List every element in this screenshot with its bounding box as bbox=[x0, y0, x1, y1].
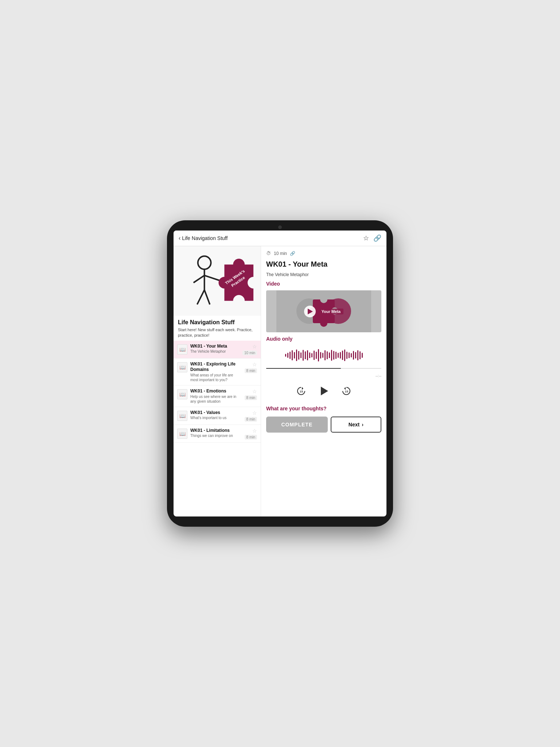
svg-text:15: 15 bbox=[345, 390, 348, 393]
lesson-icon-box: 📖 bbox=[177, 429, 187, 439]
course-title: Life Navigation Stuff bbox=[178, 319, 256, 326]
course-info: Life Navigation Stuff Start here! New st… bbox=[174, 316, 261, 341]
waveform-bar bbox=[351, 353, 352, 357]
waveform-bar bbox=[287, 353, 288, 358]
waveform-bar bbox=[357, 350, 358, 360]
lesson-subtitle: Help us see where we are in any given si… bbox=[190, 394, 242, 404]
waveform-bar bbox=[324, 350, 326, 360]
waveform-bar bbox=[311, 353, 312, 357]
lesson-duration: 8 min bbox=[245, 417, 257, 422]
lesson-item[interactable]: 📖 WK01 - Values What's important to us ☆… bbox=[174, 407, 261, 425]
play-pause-icon bbox=[321, 387, 328, 395]
lesson-title: WK01 - Your Meta bbox=[266, 260, 381, 268]
audio-controls: 15 15 bbox=[266, 382, 381, 402]
header-back-area[interactable]: ‹ Life Navigation Stuff bbox=[179, 235, 228, 241]
lesson-duration: 10 min bbox=[242, 351, 257, 355]
waveform-bar bbox=[322, 353, 323, 358]
waveform-bar bbox=[307, 350, 308, 360]
waveform-bar bbox=[362, 353, 363, 358]
lesson-star-icon[interactable]: ☆ bbox=[252, 344, 257, 349]
lesson-name: WK01 - Limitations bbox=[190, 428, 242, 434]
bookmark-icon[interactable]: ☆ bbox=[363, 234, 369, 242]
lesson-text: WK01 - Emotions Help us see where we are… bbox=[190, 388, 242, 404]
next-button[interactable]: Next › bbox=[331, 417, 381, 433]
lesson-icon-box: 📖 bbox=[177, 344, 187, 355]
waveform-bar bbox=[342, 351, 343, 360]
lesson-star-icon[interactable]: ☆ bbox=[252, 361, 257, 367]
clock-icon: ⏱ bbox=[266, 251, 271, 256]
waveform-bar bbox=[303, 350, 304, 361]
lesson-meta: ☆ 8 min bbox=[245, 388, 257, 400]
waveform-bar bbox=[320, 352, 321, 359]
book-icon: 📖 bbox=[179, 364, 186, 370]
svg-point-17 bbox=[320, 296, 327, 303]
svg-point-8 bbox=[233, 295, 245, 307]
tablet-screen: ‹ Life Navigation Stuff ☆ 🔗 bbox=[174, 231, 386, 516]
waveform-bar bbox=[289, 352, 291, 359]
lesson-item[interactable]: 📖 WK01 - Limitations Things we can impro… bbox=[174, 425, 261, 443]
lesson-meta: ☆ 10 min bbox=[242, 344, 257, 355]
lesson-subtitle: The Vehicle Metaphor bbox=[190, 349, 240, 354]
waveform-bar bbox=[298, 351, 299, 360]
forward-button[interactable]: 15 bbox=[340, 384, 353, 398]
lesson-subtitle: The Vehicle Metaphor bbox=[266, 272, 381, 277]
back-icon[interactable]: ‹ bbox=[179, 235, 180, 241]
video-thumbnail[interactable]: Your Meta bbox=[266, 290, 381, 332]
lesson-star-icon[interactable]: ☆ bbox=[252, 428, 257, 434]
lesson-subtitle: Things we can improve on bbox=[190, 433, 242, 438]
lesson-text: WK01 - Values What's important to us bbox=[190, 410, 242, 421]
lesson-star-icon[interactable]: ☆ bbox=[252, 388, 257, 394]
lesson-item[interactable]: 📖 WK01 - Exploring Life Domains What are… bbox=[174, 359, 261, 386]
waveform-bar bbox=[318, 349, 319, 361]
lesson-icon-box: 📖 bbox=[177, 362, 187, 372]
detail-link-icon[interactable]: 🔗 bbox=[290, 251, 295, 256]
course-image: This Week's Practice bbox=[174, 246, 261, 316]
next-label: Next bbox=[349, 422, 359, 427]
waveform-bar bbox=[335, 352, 337, 359]
play-triangle-icon bbox=[308, 309, 313, 314]
waveform-bar bbox=[349, 352, 350, 358]
waveform-bar bbox=[292, 350, 293, 360]
lesson-icon-box: 📖 bbox=[177, 411, 187, 421]
waveform-bar bbox=[338, 353, 339, 358]
complete-button[interactable]: COMPLETE bbox=[266, 417, 328, 433]
video-label: Your Meta bbox=[319, 309, 343, 314]
video-play-overlay[interactable]: Your Meta bbox=[304, 306, 343, 317]
waveform-bar bbox=[305, 351, 306, 359]
lesson-item[interactable]: 📖 WK01 - Emotions Help us see where we a… bbox=[174, 386, 261, 407]
book-icon: 📖 bbox=[179, 347, 186, 352]
audio-progress-fill bbox=[266, 368, 341, 369]
waveform-bar bbox=[300, 352, 302, 358]
audio-waveform bbox=[266, 345, 381, 363]
lesson-subtitle: What's important to us bbox=[190, 415, 242, 420]
course-desc: Start here! New stuff each week. Practic… bbox=[178, 327, 256, 338]
share-link-icon[interactable]: 🔗 bbox=[373, 234, 381, 242]
rewind-button[interactable]: 15 bbox=[295, 384, 308, 398]
waveform-bar bbox=[355, 352, 356, 359]
lesson-star-icon[interactable]: ☆ bbox=[252, 410, 257, 416]
waveform-bar bbox=[314, 351, 315, 360]
lesson-duration: 8 min bbox=[245, 395, 257, 400]
play-button[interactable] bbox=[304, 306, 316, 317]
lesson-name: WK01 - Emotions bbox=[190, 388, 242, 394]
action-row: COMPLETE Next › bbox=[266, 417, 381, 433]
audio-time-remaining: --:-- bbox=[266, 374, 381, 378]
waveform-bar bbox=[327, 351, 328, 359]
waveform-bar bbox=[333, 351, 334, 360]
lesson-list: 📖 WK01 - Your Meta The Vehicle Metaphor … bbox=[174, 341, 261, 516]
waveform-bar bbox=[359, 351, 361, 359]
lesson-item[interactable]: 📖 WK01 - Your Meta The Vehicle Metaphor … bbox=[174, 341, 261, 359]
lesson-time: 10 min bbox=[274, 251, 287, 256]
play-pause-button[interactable] bbox=[316, 384, 331, 398]
app-header: ‹ Life Navigation Stuff ☆ 🔗 bbox=[174, 231, 386, 246]
thoughts-label: What are your thoughts? bbox=[266, 406, 381, 411]
lesson-icon-box: 📖 bbox=[177, 389, 187, 399]
waveform-bar bbox=[294, 352, 295, 359]
waveform-bar bbox=[344, 349, 345, 361]
video-section-label: Video bbox=[266, 281, 381, 287]
audio-progress-bar[interactable] bbox=[266, 368, 381, 369]
header-title: Life Navigation Stuff bbox=[182, 235, 228, 241]
book-icon: 📖 bbox=[179, 413, 186, 419]
waveform-bar bbox=[316, 352, 317, 359]
lesson-subtitle: What areas of your life are most importa… bbox=[190, 373, 242, 382]
